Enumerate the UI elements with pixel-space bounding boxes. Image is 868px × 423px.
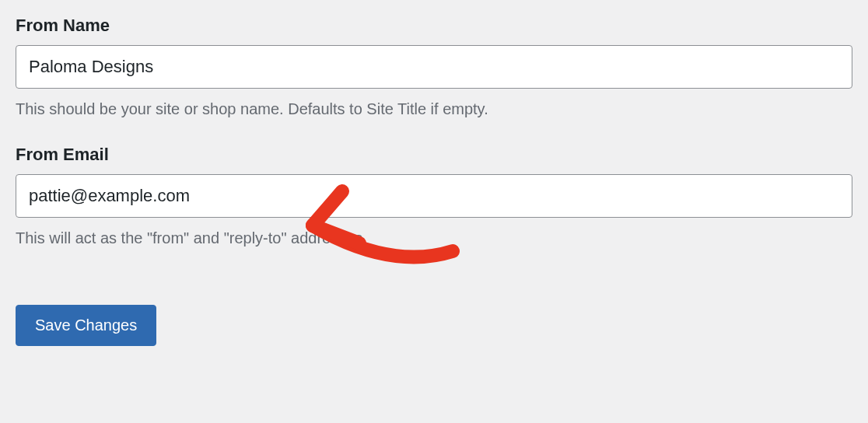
from-name-input[interactable] (16, 45, 852, 89)
save-changes-button[interactable]: Save Changes (16, 305, 156, 346)
from-name-help: This should be your site or shop name. D… (16, 98, 852, 120)
from-email-label: From Email (16, 145, 852, 165)
from-name-label: From Name (16, 16, 852, 36)
from-email-input[interactable] (16, 174, 852, 218)
from-email-field: From Email This will act as the "from" a… (16, 145, 852, 249)
from-name-field: From Name This should be your site or sh… (16, 16, 852, 120)
from-email-help: This will act as the "from" and "reply-t… (16, 227, 852, 249)
